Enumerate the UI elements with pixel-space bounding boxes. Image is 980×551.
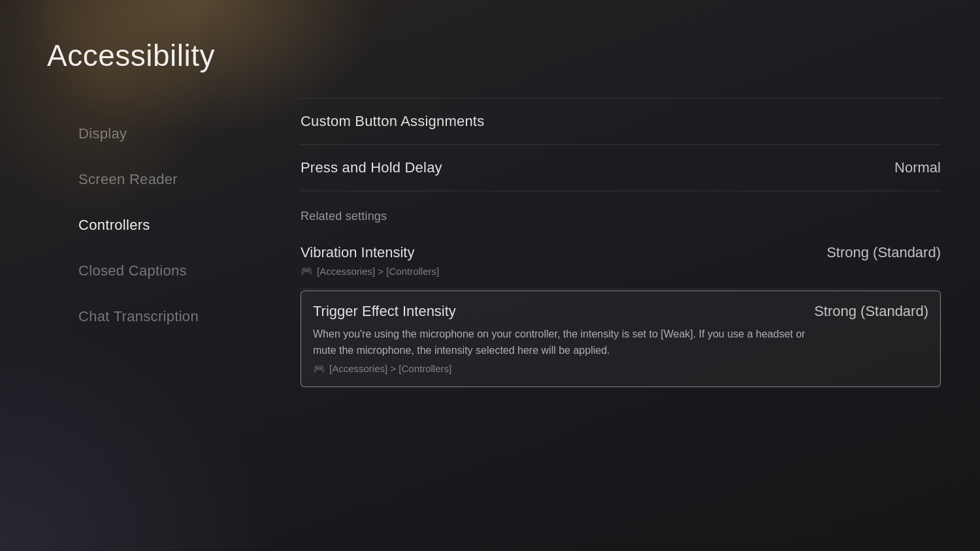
layout: Display Screen Reader Controllers Closed… bbox=[0, 91, 980, 551]
related-item-trigger-effect-intensity[interactable]: Trigger Effect Intensity Strong (Standar… bbox=[301, 291, 941, 387]
sidebar-item-controllers[interactable]: Controllers bbox=[78, 202, 301, 248]
related-item-vibration-intensity[interactable]: Vibration Intensity Strong (Standard) 🎮 … bbox=[301, 232, 941, 289]
sidebar-item-closed-captions[interactable]: Closed Captions bbox=[78, 248, 301, 294]
menu-item-custom-button-assignments[interactable]: Custom Button Assignments bbox=[301, 98, 941, 145]
sidebar-item-screen-reader[interactable]: Screen Reader bbox=[78, 157, 301, 202]
controller-icon-2: 🎮 bbox=[313, 363, 325, 375]
related-settings-heading: Related settings bbox=[301, 210, 941, 223]
controller-icon: 🎮 bbox=[301, 265, 313, 277]
page-title: Accessibility bbox=[47, 38, 215, 73]
sidebar-item-display[interactable]: Display bbox=[78, 111, 301, 157]
sidebar-item-chat-transcription[interactable]: Chat Transcription bbox=[78, 294, 301, 339]
main-content: Custom Button Assignments Press and Hold… bbox=[301, 91, 980, 551]
sidebar: Display Screen Reader Controllers Closed… bbox=[0, 91, 301, 551]
menu-item-press-and-hold-delay[interactable]: Press and Hold Delay Normal bbox=[301, 145, 941, 191]
